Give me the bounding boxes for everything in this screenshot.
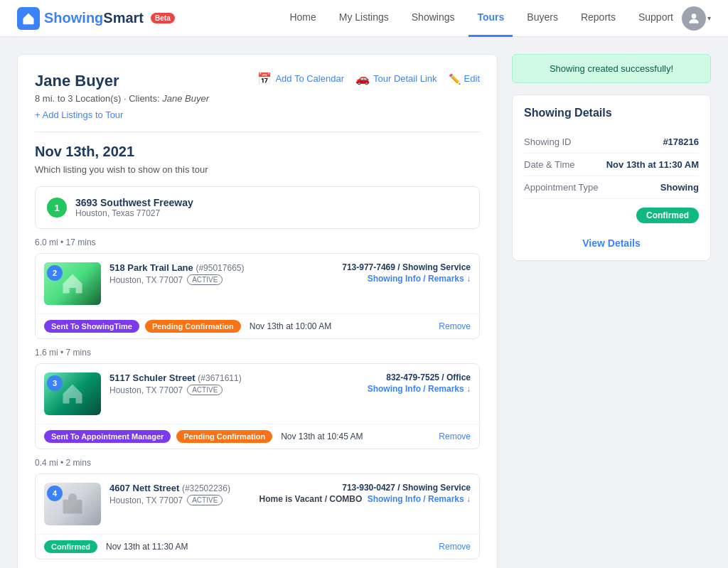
view-details-link[interactable]: View Details bbox=[524, 237, 699, 249]
listing-item-1: 1 3693 Southwest Freeway Houston, Texas … bbox=[35, 186, 480, 229]
listing-2-badge-2: Pending Confirmation bbox=[145, 320, 241, 333]
listing-3-thumb: 3 bbox=[44, 373, 101, 415]
tour-subtitle: Which listing you wish to show on this t… bbox=[35, 164, 480, 175]
logo: ShowingSmart Beta bbox=[17, 7, 175, 30]
listing-4-thumb: 4 bbox=[44, 483, 101, 525]
listing-item-3: 3 5117 Schuler Street (#3671611) Houston… bbox=[35, 363, 480, 449]
date-time-value: Nov 13th at 11:30 AM bbox=[606, 159, 699, 170]
showing-details-title: Showing Details bbox=[524, 107, 699, 119]
listing-3-badge-1: Sent To Appointment Manager bbox=[44, 430, 171, 443]
tour-panel: Jane Buyer 8 mi. to 3 Location(s) · Clie… bbox=[17, 54, 498, 568]
distance-4: 0.4 mi • 2 mins bbox=[35, 458, 480, 468]
avatar[interactable] bbox=[682, 6, 706, 31]
main-content: Jane Buyer 8 mi. to 3 Location(s) · Clie… bbox=[0, 37, 728, 568]
listing-4-time: Nov 13th at 11:30 AM bbox=[106, 542, 188, 552]
confirmed-badge: Confirmed bbox=[636, 208, 699, 223]
pin-1: 1 bbox=[47, 198, 67, 218]
buyer-name: Jane Buyer bbox=[35, 72, 209, 90]
nav-showings[interactable]: Showings bbox=[403, 0, 464, 37]
listing-2-remove[interactable]: Remove bbox=[439, 321, 471, 331]
showing-id-row: Showing ID #178216 bbox=[524, 131, 699, 154]
header: ShowingSmart Beta Home My Listings Showi… bbox=[0, 0, 728, 37]
listing-3-time: Nov 13th at 10:45 AM bbox=[281, 432, 363, 441]
beta-badge: Beta bbox=[151, 13, 175, 23]
nav-reports[interactable]: Reports bbox=[572, 0, 624, 37]
distance-3: 1.6 mi • 7 mins bbox=[35, 348, 480, 358]
listing-4-showing-info[interactable]: Showing Info / Remarks ↓ bbox=[368, 494, 471, 504]
listing-4-remove[interactable]: Remove bbox=[439, 542, 471, 552]
nav-home[interactable]: Home bbox=[281, 0, 324, 37]
pin-4-overlay: 4 bbox=[47, 486, 63, 501]
main-nav: Home My Listings Showings Tours Buyers R… bbox=[281, 0, 682, 37]
nav-tours[interactable]: Tours bbox=[469, 0, 513, 37]
listing-3-remove[interactable]: Remove bbox=[439, 432, 471, 441]
listing-1-address: 3693 Southwest Freeway bbox=[75, 197, 193, 208]
avatar-chevron-icon[interactable]: ▾ bbox=[707, 14, 711, 22]
appointment-type-row: Appointment Type Showing bbox=[524, 176, 699, 199]
listing-item-2: 2 518 Park Trail Lane (#95017665) Housto… bbox=[35, 253, 480, 339]
date-time-label: Date & Time bbox=[524, 159, 575, 170]
listing-4-status: ACTIVE bbox=[187, 495, 223, 505]
nav-buyers[interactable]: Buyers bbox=[518, 0, 567, 37]
listing-4-badge-1: Confirmed bbox=[44, 540, 97, 553]
listing-2-thumb: 2 bbox=[44, 262, 101, 305]
showing-details-card: Showing Details Showing ID #178216 Date … bbox=[512, 95, 711, 261]
nav-my-listings[interactable]: My Listings bbox=[331, 0, 397, 37]
listing-3-address: 5117 Schuler Street (#3671611) bbox=[109, 373, 359, 383]
pin-2-overlay: 2 bbox=[47, 265, 63, 281]
listing-2-badge-1: Sent To ShowingTime bbox=[44, 320, 139, 333]
listing-2-showing-info[interactable]: Showing Info / Remarks ↓ bbox=[342, 274, 471, 284]
listing-3-showing-info[interactable]: Showing Info / Remarks ↓ bbox=[368, 384, 471, 394]
listing-4-address: 4607 Nett Street (#32502236) bbox=[109, 483, 251, 493]
svg-point-0 bbox=[692, 14, 697, 18]
date-time-row: Date & Time Nov 13th at 11:30 AM bbox=[524, 154, 699, 176]
showing-id-value: #178216 bbox=[663, 136, 699, 147]
buyer-meta: 8 mi. to 3 Location(s) · Clients: Jane B… bbox=[35, 93, 209, 104]
appointment-type-value: Showing bbox=[660, 182, 699, 193]
listing-3-badge-2: Pending Confirmation bbox=[176, 430, 272, 443]
edit-icon: ✏️ bbox=[449, 73, 461, 85]
tour-detail-link-button[interactable]: 🚗 Tour Detail Link bbox=[355, 72, 437, 85]
add-listings-link[interactable]: + Add Listings to Tour bbox=[35, 109, 209, 120]
car-icon: 🚗 bbox=[355, 72, 370, 85]
divider-1 bbox=[35, 132, 480, 132]
listing-2-address: 518 Park Trail Lane (#95017665) bbox=[109, 262, 333, 273]
listing-2-status: ACTIVE bbox=[187, 274, 223, 285]
appointment-type-label: Appointment Type bbox=[524, 182, 599, 193]
calendar-icon: 📅 bbox=[257, 72, 272, 85]
distance-2: 6.0 mi • 17 mins bbox=[35, 237, 480, 247]
listing-3-status: ACTIVE bbox=[187, 385, 223, 395]
svg-rect-1 bbox=[63, 500, 82, 514]
listing-item-4: 4 4607 Nett Street (#32502236) Houston, … bbox=[35, 473, 480, 559]
tour-date: Nov 13th, 2021 bbox=[35, 144, 480, 160]
edit-button[interactable]: ✏️ Edit bbox=[449, 73, 480, 85]
logo-text: ShowingSmart bbox=[44, 10, 144, 26]
sidebar: Showing created successfully! Showing De… bbox=[512, 54, 711, 568]
pin-3-overlay: 3 bbox=[47, 375, 63, 391]
logo-icon bbox=[17, 7, 40, 30]
listing-1-city: Houston, Texas 77027 bbox=[75, 208, 193, 218]
add-to-calendar-button[interactable]: 📅 Add To Calendar bbox=[257, 72, 344, 85]
listing-2-time: Nov 13th at 10:00 AM bbox=[250, 321, 331, 331]
nav-support[interactable]: Support bbox=[630, 0, 682, 37]
success-banner: Showing created successfully! bbox=[512, 54, 711, 83]
showing-id-label: Showing ID bbox=[524, 136, 571, 147]
